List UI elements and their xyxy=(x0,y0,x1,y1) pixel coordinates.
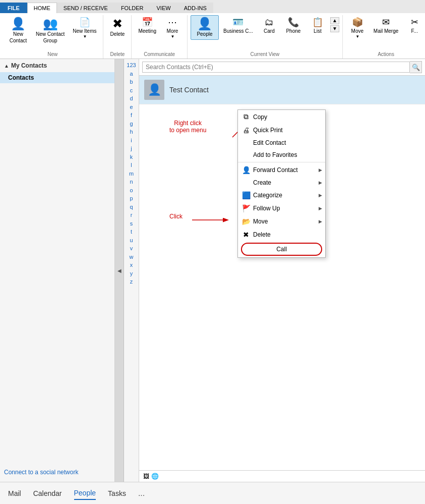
index-g[interactable]: g xyxy=(130,120,133,128)
context-menu-add-favorites[interactable]: Add to Favorites xyxy=(238,149,325,161)
tab-add-ins[interactable]: ADD-INS xyxy=(177,3,213,13)
context-menu-copy[interactable]: ⧉ Copy xyxy=(238,110,325,124)
delete-button[interactable]: ✖ Delete xyxy=(106,15,128,40)
new-items-icon: 📄 xyxy=(79,18,90,27)
bottom-nav-more[interactable]: ... xyxy=(138,489,145,498)
index-x[interactable]: x xyxy=(130,261,133,269)
mail-merge-button[interactable]: ✉ Mail Merge xyxy=(370,15,402,37)
sidebar-connect-link[interactable]: Connect to a social network xyxy=(0,467,114,478)
tab-view[interactable]: VIEW xyxy=(150,3,177,13)
business-card-button[interactable]: 🪪 Business C... xyxy=(220,15,257,37)
search-input[interactable] xyxy=(142,62,410,73)
list-button[interactable]: 📋 List xyxy=(306,15,329,37)
follow-up-icon: 🚩 xyxy=(242,204,250,212)
meeting-label: Meeting xyxy=(138,28,156,34)
ribbon-delete-label: Delete xyxy=(106,50,128,59)
context-menu-quick-print[interactable]: 🖨 Quick Print xyxy=(238,124,325,137)
index-d[interactable]: d xyxy=(130,94,133,103)
forward-cut-button[interactable]: ✂ F... xyxy=(403,15,425,37)
ribbon-view-buttons: 👤 People 🪪 Business C... 🗂 Card 📞 Phone … xyxy=(191,15,339,50)
people-view-button[interactable]: 👤 People xyxy=(191,15,219,40)
index-u[interactable]: u xyxy=(130,236,133,245)
click-text: Click xyxy=(169,213,183,220)
sidebar-collapse-button[interactable]: ◀ xyxy=(115,59,124,482)
copy-icon: ⧉ xyxy=(242,113,250,121)
card-icon: 🗂 xyxy=(265,18,274,27)
mail-merge-icon: ✉ xyxy=(382,18,390,27)
delete-ctx-icon: ✖ xyxy=(242,231,250,239)
index-q[interactable]: q xyxy=(130,203,133,211)
context-menu-move[interactable]: 📂 Move xyxy=(238,215,325,228)
index-n[interactable]: n xyxy=(130,178,133,186)
search-icon[interactable]: 🔍 xyxy=(410,61,422,73)
ribbon-group-current-view: 👤 People 🪪 Business C... 🗂 Card 📞 Phone … xyxy=(188,15,343,59)
ribbon-actions-label: Actions xyxy=(346,50,425,59)
categorize-icon: 🟦 xyxy=(242,191,250,199)
index-a[interactable]: a xyxy=(130,70,133,78)
move-button[interactable]: 📦 Move ▼ xyxy=(346,15,369,42)
phone-label: Phone xyxy=(286,28,300,34)
index-p[interactable]: p xyxy=(130,194,133,203)
context-menu-call[interactable]: Call xyxy=(241,243,322,256)
tab-send-receive[interactable]: SEND / RECEIVE xyxy=(57,3,114,13)
click-arrow xyxy=(190,213,235,228)
scroll-up-arrow[interactable]: ▲ xyxy=(330,17,339,24)
phone-button[interactable]: 📞 Phone xyxy=(282,15,305,37)
footer-icons: 🖼 🌐 xyxy=(139,470,425,482)
tab-folder[interactable]: FOLDER xyxy=(114,3,150,13)
card-button[interactable]: 🗂 Card xyxy=(258,15,281,37)
index-w[interactable]: w xyxy=(130,253,134,261)
index-f[interactable]: f xyxy=(131,111,132,120)
context-menu-categorize[interactable]: 🟦 Categorize xyxy=(238,189,325,202)
index-c[interactable]: c xyxy=(130,86,133,95)
index-b[interactable]: b xyxy=(130,78,133,86)
new-contact-button[interactable]: 👤 NewContact xyxy=(5,15,31,46)
context-menu-forward-contact[interactable]: 👤 Forward Contact xyxy=(238,163,325,177)
tab-file[interactable]: FILE xyxy=(0,3,27,13)
bottom-nav-calendar[interactable]: Calendar xyxy=(33,487,62,499)
context-menu-create[interactable]: Create xyxy=(238,177,325,189)
index-e[interactable]: e xyxy=(130,103,133,111)
context-menu: ⧉ Copy 🖨 Quick Print Edit Contact Add to… xyxy=(237,109,326,258)
card-label: Card xyxy=(264,28,275,34)
index-z[interactable]: z xyxy=(130,277,133,286)
ribbon-actions-buttons: 📦 Move ▼ ✉ Mail Merge ✂ F... xyxy=(346,15,425,50)
index-123[interactable]: 123 xyxy=(127,61,136,70)
index-m[interactable]: m xyxy=(129,170,134,178)
more-label: More xyxy=(167,28,178,34)
main-area: ▲ My Contacts Contacts Connect to a soci… xyxy=(0,59,425,482)
index-t[interactable]: t xyxy=(131,228,132,236)
context-menu-delete[interactable]: ✖ Delete xyxy=(238,228,325,241)
contact-item[interactable]: 👤 Test Contact xyxy=(139,76,425,104)
index-l[interactable]: l xyxy=(131,161,132,170)
bottom-nav-tasks[interactable]: Tasks xyxy=(108,487,126,499)
sidebar: ▲ My Contacts Contacts Connect to a soci… xyxy=(0,59,115,482)
index-v[interactable]: v xyxy=(130,244,133,253)
sidebar-my-contacts[interactable]: ▲ My Contacts xyxy=(0,59,114,72)
index-k[interactable]: k xyxy=(130,153,133,161)
index-s[interactable]: s xyxy=(130,219,133,228)
new-items-button[interactable]: 📄 New Items ▼ xyxy=(69,15,100,42)
bottom-nav-mail[interactable]: Mail xyxy=(8,487,21,499)
index-j[interactable]: j xyxy=(131,144,132,153)
ribbon-group-actions: 📦 Move ▼ ✉ Mail Merge ✂ F... Actions xyxy=(343,15,425,59)
index-i[interactable]: i xyxy=(131,136,132,145)
index-h[interactable]: h xyxy=(130,128,133,136)
sidebar-item-contacts[interactable]: Contacts xyxy=(0,72,114,83)
forward-contact-icon: 👤 xyxy=(242,166,250,174)
right-click-text: Right click xyxy=(169,120,206,127)
bottom-nav-people[interactable]: People xyxy=(74,487,96,500)
new-contact-group-button[interactable]: 👥 New ContactGroup xyxy=(32,15,68,46)
context-menu-edit-contact[interactable]: Edit Contact xyxy=(238,137,325,149)
index-y[interactable]: y xyxy=(130,269,133,278)
index-r[interactable]: r xyxy=(131,211,133,219)
ribbon-new-label: New xyxy=(5,50,100,59)
list-label: List xyxy=(314,28,322,34)
view-scroll[interactable]: ▲ ▼ xyxy=(330,17,339,32)
context-menu-follow-up[interactable]: 🚩 Follow Up xyxy=(238,202,325,215)
more-button[interactable]: ⋯ More ▼ xyxy=(161,15,184,42)
index-o[interactable]: o xyxy=(130,186,133,195)
meeting-button[interactable]: 📅 Meeting xyxy=(135,15,160,37)
tab-home[interactable]: HOME xyxy=(27,3,57,13)
scroll-down-arrow[interactable]: ▼ xyxy=(330,25,339,32)
